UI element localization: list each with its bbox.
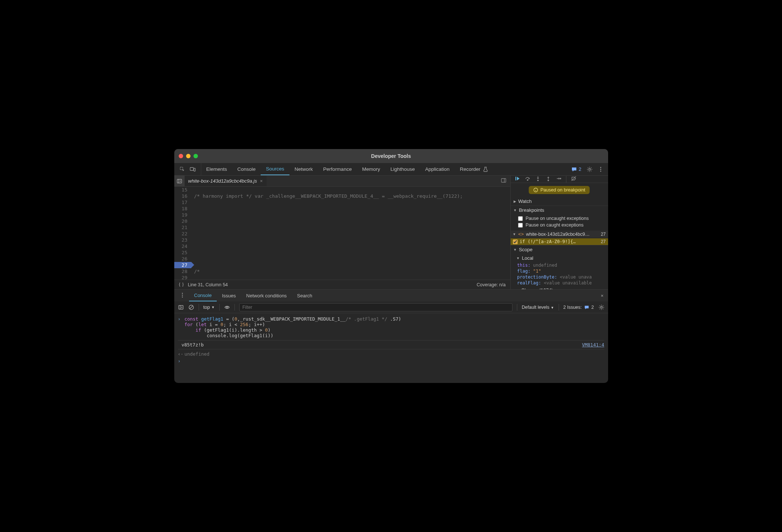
kebab-menu-icon[interactable] — [598, 166, 604, 172]
debugger-sidebar: Paused on breakpoint ▶Watch ▼Breakpoints… — [510, 176, 608, 289]
console-body[interactable]: › const getFlag1 = (0,_rust_sdk__WEBPACK… — [174, 313, 608, 383]
format-icon[interactable]: { } — [179, 282, 188, 287]
line-number-breakpoint[interactable]: 27 — [174, 262, 191, 268]
console-sidebar-toggle-icon[interactable] — [178, 304, 184, 310]
tab-recorder[interactable]: Recorder — [455, 163, 494, 175]
svg-point-14 — [548, 180, 549, 181]
console-toolbar: top▼ Default levels ▼ 2 Issues: 2 — [174, 301, 608, 313]
scope-section-header[interactable]: ▼Scope — [511, 245, 608, 254]
drawer-tab-network-conditions[interactable]: Network conditions — [241, 290, 292, 301]
svg-point-4 — [600, 167, 601, 168]
context-selector[interactable]: top▼ — [203, 304, 215, 310]
svg-rect-9 — [501, 179, 506, 182]
editor-column: white-box-143d12a9cbc4bc9a.js × 15 16 17… — [174, 176, 510, 289]
flask-icon — [483, 166, 488, 172]
clear-console-icon[interactable] — [188, 304, 194, 310]
tab-recorder-label: Recorder — [460, 166, 481, 172]
tab-elements[interactable]: Elements — [201, 163, 232, 175]
scope-closure-header[interactable]: ▶Closure (1674) — [511, 286, 608, 289]
breakpoint-line-num: 27 — [601, 232, 606, 237]
console-output-row: v85t7z!b VM8141:4 — [178, 340, 604, 349]
svg-point-20 — [182, 293, 183, 294]
console-filter-input[interactable] — [239, 303, 513, 311]
minimize-window-button[interactable] — [186, 154, 191, 158]
drawer-issues-indicator[interactable]: 2 Issues: 2 — [563, 305, 594, 310]
device-toolbar-icon[interactable] — [190, 166, 196, 172]
step-over-button[interactable] — [525, 176, 531, 183]
step-button[interactable] — [556, 176, 562, 183]
step-into-button[interactable] — [535, 176, 541, 183]
scope-local-header[interactable]: ▼Local — [511, 254, 608, 262]
svg-rect-23 — [179, 305, 183, 309]
console-input-text: const getFlag1 = (0,_rust_sdk__WEBPACK_I… — [185, 316, 604, 338]
tab-performance[interactable]: Performance — [318, 163, 357, 175]
code-line: /* harmony import */ var _challenge__WEB… — [194, 193, 463, 199]
breakpoint-condition-row[interactable]: if (!/^[a-zA-Z0-9!]{… 27 — [511, 238, 608, 245]
tab-lighthouse[interactable]: Lighthouse — [385, 163, 420, 175]
gutter[interactable]: 15 16 17 18 19 20 21 22 23 24 25 26 27 2… — [174, 187, 191, 280]
scope-protection-byte: protectionByte: <value unava — [511, 274, 608, 280]
live-expression-icon[interactable] — [224, 304, 230, 310]
issues-count: 2 — [579, 166, 581, 172]
toggle-navigator-right-icon[interactable] — [501, 177, 510, 184]
devtools-window: Developer Tools Elements Console Sources… — [174, 149, 608, 383]
console-output-source-link[interactable]: VM8141:4 — [582, 342, 604, 348]
drawer-tab-issues[interactable]: Issues — [217, 290, 241, 301]
drawer-close-icon[interactable]: × — [601, 293, 608, 298]
js-file-icon: <> — [518, 231, 524, 237]
drawer-tabs: Console Issues Network conditions Search… — [174, 290, 608, 301]
inspect-element-icon[interactable] — [179, 166, 185, 172]
breakpoint-condition-text: if (!/^[a-zA-Z0-9!]{… — [520, 239, 599, 244]
step-out-button[interactable] — [545, 176, 551, 183]
breakpoints-section-header[interactable]: ▼Breakpoints — [511, 206, 608, 214]
pause-uncaught-checkbox[interactable]: Pause on uncaught exceptions — [518, 215, 605, 222]
input-caret-icon: › — [178, 316, 182, 322]
line-number: 15 — [174, 187, 191, 193]
pause-caught-checkbox[interactable]: Pause on caught exceptions — [518, 222, 605, 228]
svg-point-6 — [600, 170, 601, 172]
resume-button[interactable] — [514, 176, 520, 183]
line-number: 22 — [174, 231, 191, 237]
file-tab[interactable]: white-box-143d12a9cbc4bc9a.js × — [185, 176, 267, 186]
drawer-menu-icon[interactable] — [176, 292, 189, 299]
line-number: 17 — [174, 199, 191, 205]
scope-this: this: undefined — [511, 262, 608, 268]
code-editor[interactable]: 15 16 17 18 19 20 21 22 23 24 25 26 27 2… — [174, 187, 510, 280]
line-number: 24 — [174, 243, 191, 249]
watch-section-header[interactable]: ▶Watch — [511, 197, 608, 205]
code-line: /* — [194, 269, 200, 274]
tab-network[interactable]: Network — [289, 163, 318, 175]
svg-rect-2 — [194, 168, 195, 171]
window-title: Developer Tools — [371, 153, 411, 159]
drawer-tab-console[interactable]: Console — [189, 290, 217, 301]
close-window-button[interactable] — [179, 154, 183, 158]
navigator-toggle-icon[interactable] — [174, 176, 185, 186]
input-caret-icon: › — [178, 358, 182, 364]
breakpoint-file-name: white-box-143d12a9cbc4bc9… — [526, 232, 599, 237]
line-number: 16 — [174, 193, 191, 199]
console-drawer: Console Issues Network conditions Search… — [174, 289, 608, 383]
tab-console[interactable]: Console — [232, 163, 261, 175]
titlebar: Developer Tools — [174, 149, 608, 163]
console-prompt-row[interactable]: › — [178, 357, 604, 365]
breakpoint-file-row[interactable]: ▼ <> white-box-143d12a9cbc4bc9… 27 — [511, 231, 608, 238]
tab-sources[interactable]: Sources — [261, 163, 289, 175]
tab-application[interactable]: Application — [420, 163, 455, 175]
issues-indicator[interactable]: 2 — [571, 166, 581, 172]
svg-point-21 — [182, 294, 183, 296]
settings-icon[interactable] — [587, 166, 593, 172]
line-number: 23 — [174, 237, 191, 243]
breakpoint-enable-checkbox[interactable] — [513, 239, 518, 244]
maximize-window-button[interactable] — [193, 154, 198, 158]
line-number: 21 — [174, 224, 191, 231]
svg-point-27 — [226, 307, 228, 308]
svg-line-26 — [190, 306, 193, 309]
log-levels-selector[interactable]: Default levels ▼ — [522, 305, 554, 310]
close-tab-icon[interactable]: × — [260, 178, 263, 184]
deactivate-breakpoints-button[interactable] — [571, 176, 577, 183]
svg-point-3 — [589, 168, 590, 170]
tab-memory[interactable]: Memory — [357, 163, 385, 175]
console-settings-icon[interactable] — [598, 304, 604, 310]
drawer-tab-search[interactable]: Search — [292, 290, 318, 301]
line-number: 29 — [174, 274, 191, 280]
